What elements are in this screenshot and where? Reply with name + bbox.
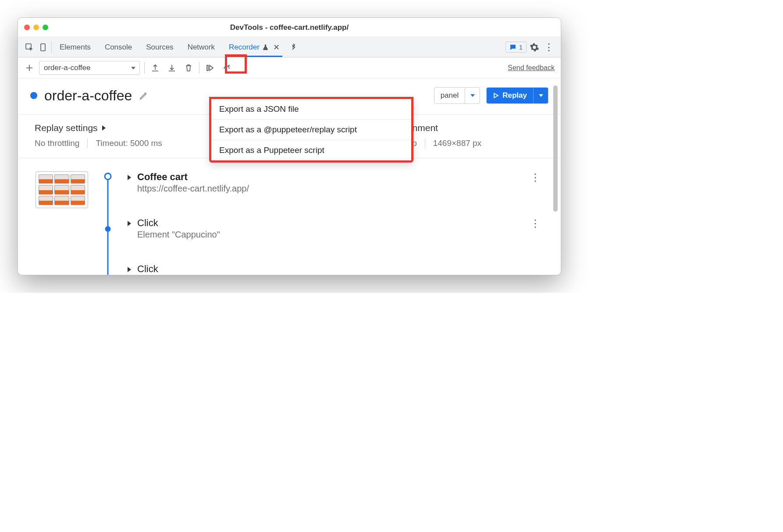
window-titlebar: DevTools - coffee-cart.netlify.app/ bbox=[18, 18, 561, 37]
step-menu-icon[interactable]: ⋮ bbox=[527, 217, 543, 230]
tab-recorder[interactable]: Recorder ✕ bbox=[223, 38, 286, 57]
step-row[interactable]: Click bbox=[128, 263, 543, 275]
edit-name-icon[interactable] bbox=[139, 91, 149, 100]
settings-gear-icon[interactable] bbox=[528, 41, 541, 53]
export-json-item[interactable]: Export as a JSON file bbox=[211, 99, 411, 120]
close-tab-icon[interactable]: ✕ bbox=[273, 43, 280, 52]
expand-step-icon[interactable] bbox=[128, 263, 131, 272]
export-puppeteer-item[interactable]: Export as a Puppeteer script bbox=[211, 140, 411, 160]
divider bbox=[425, 138, 425, 148]
import-button[interactable] bbox=[149, 62, 161, 74]
step-row[interactable]: Coffee cart https://coffee-cart.netlify.… bbox=[128, 171, 543, 194]
slow-replay-button[interactable] bbox=[221, 62, 233, 74]
zoom-window-button[interactable] bbox=[43, 25, 48, 30]
divider bbox=[87, 138, 88, 148]
messages-count-button[interactable]: 1 bbox=[505, 42, 527, 53]
delete-button[interactable] bbox=[182, 62, 195, 74]
svg-rect-2 bbox=[207, 65, 208, 71]
replay-button-caret[interactable] bbox=[533, 88, 548, 103]
step-subtitle: Element "Cappucino" bbox=[137, 230, 521, 240]
recorder-toolbar: order-a-coffee Send feedback bbox=[18, 57, 561, 78]
export-menu: Export as a JSON file Export as a @puppe… bbox=[209, 97, 413, 163]
step-title: Click bbox=[137, 263, 543, 275]
panel-button[interactable]: panel bbox=[434, 87, 480, 104]
traffic-lights bbox=[24, 25, 48, 30]
panel-button-caret[interactable] bbox=[465, 88, 480, 103]
send-feedback-link[interactable]: Send feedback bbox=[508, 64, 555, 72]
inspect-element-icon[interactable] bbox=[23, 41, 36, 53]
message-icon bbox=[509, 44, 516, 51]
device-toggle-icon[interactable] bbox=[37, 41, 50, 53]
devtools-tabbar: Elements Console Sources Network Recorde… bbox=[18, 37, 561, 57]
step-row[interactable]: Click Element "Cappucino" ⋮ bbox=[128, 217, 543, 240]
scrollbar-thumb[interactable] bbox=[553, 85, 558, 212]
environment-viewport: 1469×887 px bbox=[433, 138, 481, 148]
recording-status-dot bbox=[30, 92, 37, 99]
replay-button[interactable]: Replay bbox=[486, 87, 548, 104]
tab-console[interactable]: Console bbox=[99, 39, 138, 56]
close-window-button[interactable] bbox=[24, 25, 30, 30]
tab-elements[interactable]: Elements bbox=[53, 39, 97, 56]
main-menu-icon[interactable]: ⋮ bbox=[542, 42, 555, 53]
panel-button-label: panel bbox=[434, 88, 465, 103]
step-title: Coffee cart bbox=[137, 171, 521, 183]
steps-area: Coffee cart https://coffee-cart.netlify.… bbox=[18, 158, 561, 275]
timeout-value: Timeout: 5000 ms bbox=[96, 138, 162, 148]
step-play-button[interactable] bbox=[204, 62, 216, 74]
recording-title: order-a-coffee bbox=[44, 88, 132, 104]
step-thumbnail bbox=[36, 171, 88, 208]
divider bbox=[51, 42, 52, 53]
expand-step-icon[interactable] bbox=[128, 171, 131, 180]
tab-network[interactable]: Network bbox=[182, 39, 221, 56]
export-puppeteer-replay-item[interactable]: Export as a @puppeteer/replay script bbox=[211, 120, 411, 140]
play-icon bbox=[493, 92, 499, 99]
devtools-window: DevTools - coffee-cart.netlify.app/ Elem… bbox=[18, 18, 561, 275]
more-tabs-icon[interactable] bbox=[288, 41, 300, 53]
tab-sources[interactable]: Sources bbox=[140, 39, 179, 56]
replay-button-main: Replay bbox=[487, 88, 533, 103]
minimize-window-button[interactable] bbox=[33, 25, 39, 30]
expand-step-icon[interactable] bbox=[128, 217, 131, 226]
window-title: DevTools - coffee-cart.netlify.app/ bbox=[18, 23, 561, 32]
messages-count-value: 1 bbox=[519, 43, 523, 51]
step-subtitle: https://coffee-cart.netlify.app/ bbox=[137, 184, 521, 194]
divider bbox=[144, 62, 145, 74]
new-recording-button[interactable] bbox=[24, 63, 35, 73]
replay-button-label: Replay bbox=[502, 91, 527, 100]
step-title: Click bbox=[137, 217, 521, 229]
timeline bbox=[101, 171, 114, 275]
throttling-value: No throttling bbox=[35, 138, 79, 148]
divider bbox=[199, 62, 199, 74]
export-button[interactable] bbox=[166, 62, 178, 74]
svg-rect-1 bbox=[41, 44, 45, 51]
scrollbar-track[interactable] bbox=[552, 85, 559, 266]
step-menu-icon[interactable]: ⋮ bbox=[527, 171, 543, 184]
flask-icon bbox=[262, 44, 269, 50]
timeline-node bbox=[105, 226, 111, 232]
recording-selector[interactable]: order-a-coffee bbox=[39, 61, 140, 75]
timeline-node-start bbox=[104, 173, 112, 180]
tab-recorder-label: Recorder bbox=[229, 43, 260, 52]
